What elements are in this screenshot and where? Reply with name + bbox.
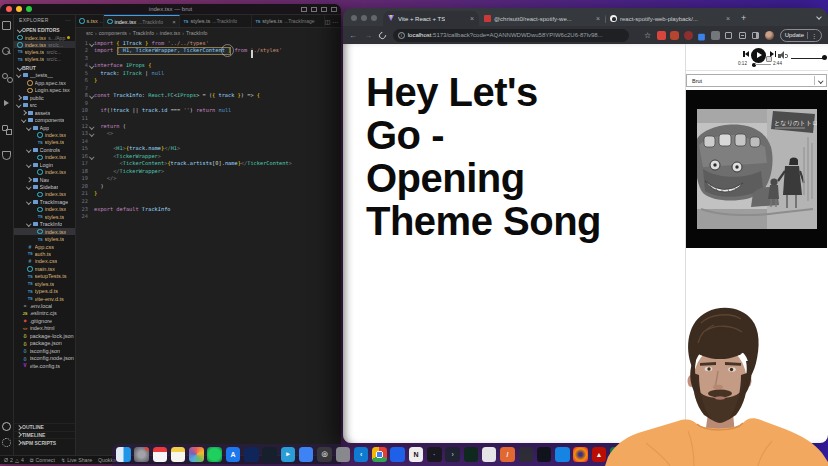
dock-icon-obs[interactable]: ◎: [317, 447, 332, 462]
back-button[interactable]: ←: [349, 31, 357, 40]
tree-item[interactable]: index.tsx: [14, 168, 75, 175]
activity-icon[interactable]: [2, 73, 11, 82]
toolbar-icon[interactable]: [711, 31, 720, 40]
dock-icon-vscode[interactable]: ‹: [354, 447, 369, 462]
browser-tab[interactable]: react-spotify-web-playback/... ×: [605, 11, 735, 26]
new-tab-button[interactable]: +: [741, 11, 746, 26]
tree-item[interactable]: public: [14, 94, 75, 101]
breadcrumb-item[interactable]: ›TrackInfo: [127, 30, 154, 36]
dock-icon-simulator[interactable]: [482, 447, 497, 462]
tree-item[interactable]: .eslintrc.cjs: [14, 310, 75, 317]
toolbar-icon[interactable]: [670, 31, 679, 40]
next-track-button[interactable]: [770, 51, 776, 57]
dock-icon-photo-dark[interactable]: [519, 447, 534, 462]
activity-icon[interactable]: [2, 99, 11, 108]
tree-item[interactable]: Sidebar: [14, 183, 75, 190]
open-editor-item[interactable]: index.tsx src/c...: [14, 41, 75, 48]
activity-icon[interactable]: [2, 125, 11, 134]
breadcrumb-item[interactable]: ›index.tsx: [154, 30, 180, 36]
dock-icon-shazam[interactable]: [244, 447, 259, 462]
tree-item[interactable]: tsconfig.json: [14, 347, 75, 354]
url-bar[interactable]: i localhost:5173/callback?code=AQANNWDWD…: [393, 29, 629, 42]
sidebar-section[interactable]: TIMELINE: [14, 431, 75, 439]
tree-item[interactable]: App.css: [14, 243, 75, 250]
progress-track[interactable]: [755, 64, 771, 65]
tree-item[interactable]: App: [14, 124, 75, 131]
toolbar-icon[interactable]: [738, 31, 747, 40]
browser-tab[interactable]: Vite + React + TS ×: [383, 11, 479, 26]
dock-icon-zoom[interactable]: [299, 447, 314, 462]
tree-item[interactable]: App.spec.tsx: [14, 79, 75, 86]
problems-indicator[interactable]: Ø2△4: [4, 457, 24, 463]
tree-item[interactable]: styles.ts: [14, 139, 75, 146]
dock-icon-firefox[interactable]: [573, 447, 588, 462]
explorer-more-icon[interactable]: ···: [65, 17, 71, 23]
tree-item[interactable]: assets: [14, 109, 75, 116]
reload-icon[interactable]: [378, 30, 388, 40]
breadcrumb-item[interactable]: ›components: [93, 30, 127, 36]
tree-item[interactable]: .gitignore: [14, 317, 75, 324]
dock-icon-system-settings[interactable]: [134, 447, 149, 462]
sidebar-section[interactable]: NPM SCRIPTS: [14, 438, 75, 446]
tree-item[interactable]: index.css: [14, 258, 75, 265]
dock-icon-telegram[interactable]: ▸: [281, 447, 296, 462]
tree-item[interactable]: Controls: [14, 146, 75, 153]
breadcrumb-item[interactable]: ›TrackInfo: [180, 30, 207, 36]
connect-button[interactable]: ⧉Connect: [30, 457, 55, 464]
dock-icon-iterm[interactable]: ›: [445, 447, 460, 462]
dock-icon-app-store[interactable]: A: [226, 447, 241, 462]
breadcrumb-item[interactable]: ›src: [86, 30, 93, 36]
tree-item[interactable]: TrackInfo: [14, 221, 75, 228]
toolbar-icon[interactable]: [765, 31, 774, 40]
update-button[interactable]: Update ⋮: [780, 29, 822, 42]
settings-gear-icon[interactable]: [2, 438, 11, 447]
tree-item[interactable]: src: [14, 102, 75, 109]
tab-search-chevron-icon[interactable]: [816, 14, 822, 20]
site-info-icon[interactable]: i: [398, 32, 405, 39]
activity-icon[interactable]: [2, 151, 11, 160]
layout-icons[interactable]: [301, 7, 337, 12]
volume-slider-handle[interactable]: [822, 55, 827, 60]
open-editors-header[interactable]: OPEN EDITORS: [14, 25, 75, 34]
toolbar-icon[interactable]: [698, 33, 705, 40]
tree-item[interactable]: vite.config.ts: [14, 362, 75, 369]
tab-actions[interactable]: ◫ ⋯: [325, 15, 341, 27]
dock-icon-utility-gray[interactable]: [336, 447, 351, 462]
tree-item[interactable]: .env.local: [14, 302, 75, 309]
tree-item[interactable]: vite-env.d.ts: [14, 295, 75, 302]
editor-tab[interactable]: styles.ts ...TrackImage: [252, 15, 325, 27]
tree-item[interactable]: index.tsx: [14, 191, 75, 198]
close-tab-icon[interactable]: ×: [726, 15, 730, 22]
activity-icon[interactable]: [2, 47, 11, 56]
tree-item[interactable]: package.json: [14, 340, 75, 347]
toolbar-icon[interactable]: [751, 31, 760, 40]
chrome-traffic-lights[interactable]: [351, 15, 377, 21]
tree-item[interactable]: Login: [14, 161, 75, 168]
dock-icon-shottr[interactable]: ·: [427, 447, 442, 462]
tree-item[interactable]: auth.ts: [14, 250, 75, 257]
dock-icon-calendar[interactable]: [153, 447, 168, 462]
browser-tab[interactable]: @chrisutt0/react-spotify-we... ×: [479, 11, 605, 26]
tree-item[interactable]: index.tsx: [14, 228, 75, 235]
tree-item[interactable]: __tests__: [14, 72, 75, 79]
tree-item[interactable]: components: [14, 116, 75, 123]
sidebar-section[interactable]: OUTLINE: [14, 423, 75, 431]
tree-item[interactable]: main.tsx: [14, 265, 75, 272]
vscode-titlebar[interactable]: index.tsx — brut: [0, 4, 341, 15]
dock-icon-notes[interactable]: [171, 447, 186, 462]
dock-icon-docker[interactable]: [390, 447, 405, 462]
dock-icon-finder[interactable]: [116, 447, 131, 462]
tree-item[interactable]: tsconfig.node.json: [14, 354, 75, 361]
tree-item[interactable]: styles.ts: [14, 280, 75, 287]
device-select[interactable]: Brut: [686, 74, 827, 87]
forward-button[interactable]: →: [364, 31, 372, 40]
dock-icon-chrome[interactable]: [372, 447, 387, 462]
tree-item[interactable]: index.tsx: [14, 206, 75, 213]
dock-icon-spotify[interactable]: [207, 447, 222, 462]
close-tab-icon[interactable]: ×: [596, 15, 600, 22]
editor-tab[interactable]: styles.ts ...TrackInfo: [180, 15, 252, 27]
dock-icon-warp[interactable]: [537, 447, 552, 462]
close-tab-icon[interactable]: ×: [172, 19, 176, 25]
tree-item[interactable]: setupTests.ts: [14, 273, 75, 280]
tree-item[interactable]: TrackImage: [14, 198, 75, 205]
